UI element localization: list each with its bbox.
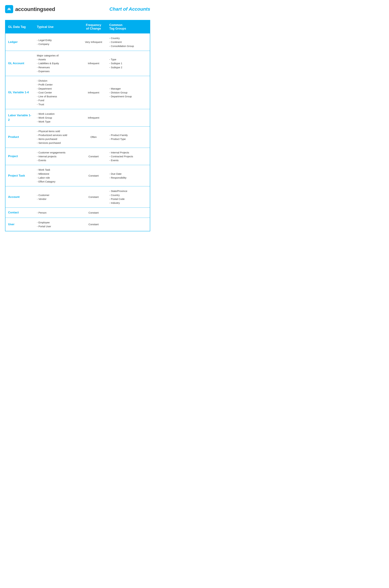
cell-frequency: Infrequent	[80, 51, 106, 76]
cell-frequency: Very Infrequent	[80, 34, 106, 51]
logo-area: accountingseed	[5, 5, 55, 13]
cell-typical-use: - Legal Entity - Company	[34, 34, 81, 51]
table-row: User- Employee - Portal UserConstant	[5, 218, 150, 231]
logo-text: accountingseed	[15, 6, 55, 12]
header: accountingseed Chart of Accounts	[5, 5, 150, 15]
cell-typical-use: - Person	[34, 208, 81, 218]
cell-common-tags: - Type - Subtype 1 - Subtype 2	[107, 51, 150, 76]
cell-tag: Account	[5, 186, 34, 208]
logo-icon	[5, 5, 13, 13]
cell-frequency: Infrequent	[80, 109, 106, 126]
cell-common-tags: - State/Province - Country - Postal Code…	[107, 186, 150, 208]
cell-common-tags: - Due Date - Responsibility	[107, 165, 150, 186]
col-header-common-tags: CommonTag Groups	[107, 20, 150, 34]
cell-typical-use: - Work Location - Work Group - Work Type	[34, 109, 81, 126]
cell-frequency: Constant	[80, 208, 106, 218]
table-row: Project- Customer engagements - Internal…	[5, 148, 150, 165]
cell-tag: Labor Variable 1-2	[5, 109, 34, 126]
svg-point-1	[8, 9, 10, 10]
col-header-frequency: Frequencyof Change	[80, 20, 106, 34]
logo-text-light: accounting	[15, 6, 43, 12]
cell-typical-use: - Physical items sold - Productized serv…	[34, 126, 81, 148]
cell-tag: Project Task	[5, 165, 34, 186]
table-row: Product- Physical items sold - Productiz…	[5, 126, 150, 148]
cell-frequency: Constant	[80, 186, 106, 208]
cell-typical-use: - Employee - Portal User	[34, 218, 81, 231]
cell-typical-use: - Customer engagements - Internal projec…	[34, 148, 81, 165]
cell-typical-use: - Customer - Vendor	[34, 186, 81, 208]
cell-tag: GL Variable 1-4	[5, 76, 34, 109]
cell-tag: User	[5, 218, 34, 231]
cell-typical-use: - Work Task - Milestone - Labor role - E…	[34, 165, 81, 186]
col-header-gl-data-tag: GL Data Tag	[5, 20, 34, 34]
cell-tag: GL Account	[5, 51, 34, 76]
cell-tag: Ledger	[5, 34, 34, 51]
gl-data-table: GL Data Tag Typical Use Frequencyof Chan…	[5, 20, 150, 231]
cell-frequency: Constant	[80, 218, 106, 231]
cell-frequency: Constant	[80, 165, 106, 186]
cell-tag: Contact	[5, 208, 34, 218]
logo-text-bold: seed	[43, 6, 55, 12]
table-row: Account- Customer - VendorConstant- Stat…	[5, 186, 150, 208]
cell-common-tags: - Product Family - Product Type	[107, 126, 150, 148]
cell-common-tags: - Internal Projects - Contracted Project…	[107, 148, 150, 165]
cell-typical-use: Major categories of: - Assets - Liabilit…	[34, 51, 81, 76]
cell-common-tags	[107, 218, 150, 231]
table-row: Labor Variable 1-2- Work Location - Work…	[5, 109, 150, 126]
table-header-row: GL Data Tag Typical Use Frequencyof Chan…	[5, 20, 150, 34]
table-row: Contact- PersonConstant	[5, 208, 150, 218]
table-row: GL Variable 1-4- Division - Profit Cente…	[5, 76, 150, 109]
cell-frequency: Constant	[80, 148, 106, 165]
chart-of-accounts-title: Chart of Accounts	[109, 6, 150, 12]
cell-common-tags: - Manager - Division Group - Department …	[107, 76, 150, 109]
cell-frequency: Infrequent	[80, 76, 106, 109]
table-row: Project Task- Work Task - Milestone - La…	[5, 165, 150, 186]
table-row: GL AccountMajor categories of: - Assets …	[5, 51, 150, 76]
table-row: Ledger- Legal Entity - CompanyVery Infre…	[5, 34, 150, 51]
cell-common-tags	[107, 109, 150, 126]
cell-tag: Project	[5, 148, 34, 165]
cell-frequency: Often	[80, 126, 106, 148]
cell-typical-use: - Division - Profit Center - Department …	[34, 76, 81, 109]
cell-tag: Product	[5, 126, 34, 148]
col-header-typical-use: Typical Use	[34, 20, 81, 34]
cell-common-tags	[107, 208, 150, 218]
cell-common-tags: - Country - Continent - Consolidation Gr…	[107, 34, 150, 51]
